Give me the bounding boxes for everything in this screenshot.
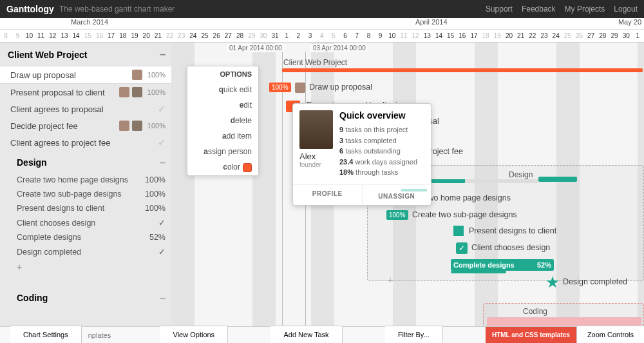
subtask-row[interactable]: Present designs to client100% [0,201,173,215]
day-cell: 27 [585,30,597,42]
subtask-row[interactable]: Create two home page designs100% [0,173,173,187]
chart-settings-button[interactable]: Chart Settings [10,326,82,343]
collapse-icon[interactable]: − [160,157,166,169]
zoom-controls-button[interactable]: Zoom Controls [576,326,644,343]
day-cell: 9 [375,30,386,42]
brand: Ganttology [6,4,54,14]
sidebar: Client Web Project − Draw up proposal100… [0,43,174,343]
assignee-avatar[interactable] [132,121,142,131]
subtask-row[interactable]: Design completed✓ [0,244,173,259]
d4-check-icon[interactable]: ✓ [456,242,468,254]
tagline: The web-based gantt chart maker [59,5,175,14]
check-icon: ✓ [145,104,166,114]
day-cell: 19 [129,30,140,42]
day-cell: 23 [176,30,187,42]
task-pct: 100% [145,88,166,96]
task-label: Client agrees to proposal [10,104,142,114]
date-marker-1: 01 Apr 2014 00:00 [227,44,285,52]
task-pct: 100% [145,190,166,199]
filter-by-button[interactable]: Filter By... [385,326,443,343]
task-pct: 100% [145,204,166,213]
task-row[interactable]: Decide project fee100% [0,117,173,134]
color-swatch [243,163,252,172]
day-cell: 21 [515,30,527,42]
option-assign-person[interactable]: assign person [187,144,258,159]
d2-pct-badge: 100% [386,210,408,220]
day-cell: 24 [187,30,199,42]
task-label: Client agrees to project fee [10,138,142,148]
option-color[interactable]: color [187,159,258,175]
day-cell: 17 [106,30,117,42]
day-cell: 12 [410,30,421,42]
day-cell: 7 [351,30,363,42]
day-cell: 30 [258,30,269,42]
task-label: Present proposal to client [10,88,117,97]
collapse-icon[interactable]: − [160,293,166,304]
option-add-item[interactable]: add item [187,128,258,144]
day-cell: 15 [82,30,93,42]
add-subtask-icon[interactable]: + [388,275,393,285]
assignee-avatar[interactable] [132,87,142,97]
group-coding[interactable]: Coding − [0,286,173,308]
collapse-icon[interactable]: − [160,49,166,61]
task-row[interactable]: Present proposal to client100% [0,84,173,101]
day-cell: 3 [304,30,316,42]
task-label: Client chooses design [17,219,156,228]
task-row[interactable]: Client agrees to proposal✓ [0,101,173,117]
option-quick-edit[interactable]: quick edit [187,82,258,97]
profile-button[interactable]: PROFILE [293,185,363,205]
option-delete[interactable]: delete [187,113,258,128]
day-cell: 14 [433,30,444,42]
day-cell: 18 [117,30,129,42]
group-design[interactable]: Design − [0,151,173,173]
day-cell: 28 [597,30,609,42]
d5-progress [451,271,506,273]
options-menu: OPTIONS quick edit edit delete add item … [187,66,259,176]
bottom-bar: Chart Settings nplates View Options Add … [0,326,644,343]
gantt-project-bar[interactable] [282,68,643,72]
day-cell: 26 [211,30,222,42]
assignee-avatar[interactable] [119,87,129,97]
check-icon: ✓ [145,137,166,148]
add-task-row[interactable]: + [0,259,173,275]
stat-tasks-outstanding: 6 tasks outstanding [339,146,424,157]
day-cell: 10 [386,30,398,42]
day-cell: 15 [445,30,457,42]
task-label: Draw up proposal [10,70,129,80]
day-cell: 17 [468,30,480,42]
overview-title: Quick overview [339,110,424,121]
task-label: Present designs to client [17,204,140,213]
task1-avatar[interactable] [295,83,305,93]
assignee-avatar[interactable] [119,121,129,131]
task-label: Decide project fee [10,121,117,131]
nav-logout[interactable]: Logout [614,5,638,14]
gantt-d5-bar[interactable]: Complete designs 52% [451,259,554,271]
date-line-1 [282,52,283,343]
subtask-row[interactable]: Complete designs52% [0,230,173,244]
day-cell: 20 [503,30,515,42]
nav-support[interactable]: Support [486,5,513,14]
d3-marker[interactable] [453,226,464,236]
add-new-task-button[interactable]: Add New Task [270,326,342,343]
gantt-project-label: Client Web Project [283,58,347,67]
option-edit[interactable]: edit [187,97,258,113]
nav-projects[interactable]: My Projects [565,5,605,14]
day-bar: 8910111213141516171819202122232425262728… [0,30,644,43]
view-options-button[interactable]: View Options [160,326,229,343]
task-row[interactable]: Draw up proposal100% [0,66,173,84]
day-cell: 20 [140,30,152,42]
nav-feedback[interactable]: Feedback [522,5,556,14]
subtask-row[interactable]: Create two sub-page designs100% [0,187,173,201]
project-title-row[interactable]: Client Web Project − [0,43,173,66]
subtask-row[interactable]: Client chooses design✓ [0,215,173,230]
task-label: Create two sub-page designs [17,190,140,199]
gantt-canvas[interactable]: 01 Apr 2014 00:00 03 Apr 2014 00:00 Clie… [174,43,644,343]
month-bar: March 2014 April 2014 May 20 [0,18,644,30]
gantt-task1-label: Draw up proposal [309,83,372,92]
day-cell: 9 [12,30,23,42]
task-row[interactable]: Client agrees to project fee✓ [0,134,173,151]
assignee-avatar[interactable] [132,70,142,80]
active-task-pill[interactable]: HTML and CSS templates [486,327,576,343]
day-cell: 1 [281,30,292,42]
unassign-button[interactable]: UNASSIGN [363,185,431,205]
